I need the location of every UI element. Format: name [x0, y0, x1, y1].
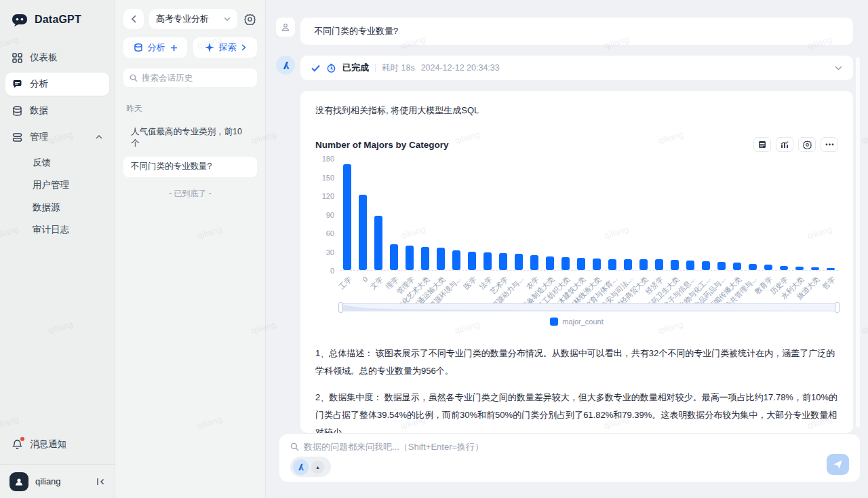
- bar[interactable]: [406, 246, 414, 270]
- bar[interactable]: [359, 195, 367, 270]
- notification-dot: [20, 437, 24, 441]
- sidebar-item-audit-log[interactable]: 审计日志: [5, 219, 109, 241]
- bar-slot: 经济学: [651, 159, 667, 270]
- conversation-title: 不同门类的专业数量?: [131, 161, 212, 172]
- bar[interactable]: [468, 252, 476, 271]
- sidebar-item-admin[interactable]: 管理: [5, 126, 109, 149]
- table-view-button[interactable]: [753, 137, 771, 152]
- analysis-paragraph: 2、数据集中度： 数据显示，虽然各专业门类之间的数量差异较大，但大多数专业的数量…: [315, 389, 838, 433]
- conversation-search[interactable]: [123, 69, 257, 87]
- bar-slot: 0: [355, 159, 371, 270]
- chart-legend[interactable]: major_count: [315, 318, 838, 326]
- bar[interactable]: [546, 256, 554, 270]
- chart-settings-button[interactable]: [798, 137, 816, 152]
- status-timestamp: 2024-12-12 20:34:33: [421, 63, 500, 73]
- conversation-title: 人气值最高的专业类别，前10个: [131, 126, 250, 149]
- y-axis-tick: 0: [330, 267, 334, 275]
- bar[interactable]: [624, 259, 632, 271]
- bar-slot: 新闻传播大类: [729, 159, 745, 270]
- explore-label: 探索: [219, 41, 237, 54]
- datazoom-slider[interactable]: [340, 303, 838, 311]
- panel-actions: 分析 探索: [123, 37, 257, 58]
- plus-icon: [170, 44, 178, 52]
- bar[interactable]: [780, 266, 788, 270]
- bar-slot: 电子与信息...: [682, 159, 698, 270]
- y-axis-tick: 120: [322, 192, 334, 200]
- sidebar-item-dashboard[interactable]: 仪表板: [5, 46, 109, 69]
- bar-slot: 旅游大类: [807, 159, 823, 270]
- bar[interactable]: [827, 268, 835, 270]
- ai-status-row: 已完成 耗时 18s 2024-12-12 20:34:33: [276, 56, 853, 80]
- sidebar-item-data[interactable]: 数据: [5, 99, 109, 122]
- sidebar-item-feedback[interactable]: 反馈: [5, 152, 109, 174]
- question-input[interactable]: [304, 442, 849, 452]
- bar[interactable]: [655, 259, 663, 270]
- bar[interactable]: [390, 244, 398, 270]
- bar[interactable]: [343, 164, 351, 270]
- chevron-down-icon[interactable]: [835, 66, 842, 71]
- bar[interactable]: [811, 267, 819, 270]
- bar[interactable]: [577, 258, 585, 270]
- bar[interactable]: [484, 252, 492, 270]
- datazoom-shadow: [340, 304, 837, 311]
- bar[interactable]: [421, 247, 429, 270]
- analysis-button[interactable]: 分析: [123, 37, 187, 58]
- bar[interactable]: [795, 267, 804, 270]
- conversation-item[interactable]: 人气值最高的专业类别，前10个: [123, 123, 257, 153]
- username: qiliang: [35, 476, 90, 486]
- answer-card: 没有找到相关指标, 将使用大模型生成SQL Number of Majors b…: [300, 91, 853, 433]
- scrollbar-thumb[interactable]: [856, 57, 860, 427]
- model-selector[interactable]: ▲: [290, 457, 331, 477]
- workspace-select[interactable]: 高考专业分析: [149, 9, 237, 29]
- chart-header: Number of Majors by Category: [315, 137, 838, 152]
- composer: ▲: [279, 434, 860, 482]
- bar[interactable]: [561, 257, 570, 270]
- task-status-card[interactable]: 已完成 耗时 18s 2024-12-12 20:34:33: [300, 56, 853, 80]
- bar[interactable]: [764, 265, 772, 270]
- bell-icon: [12, 439, 22, 450]
- bar[interactable]: [515, 254, 523, 270]
- bar[interactable]: [671, 260, 679, 270]
- back-button[interactable]: [123, 9, 144, 29]
- bar[interactable]: [749, 264, 757, 270]
- bar[interactable]: [452, 250, 460, 270]
- bar[interactable]: [702, 261, 710, 270]
- sidebar-nav: 仪表板 分析 数据 管理 反馈 用户管理 数据源 审计日志: [5, 46, 109, 242]
- conversation-item-active[interactable]: 不同门类的专业数量?: [123, 157, 257, 177]
- bar-slot: 生物与化工...: [698, 159, 713, 270]
- more-options-button[interactable]: [821, 137, 838, 152]
- collapse-sidebar-icon[interactable]: [96, 478, 105, 486]
- datazoom-right-handle[interactable]: [835, 302, 840, 313]
- bar[interactable]: [733, 263, 741, 270]
- bar[interactable]: [437, 248, 445, 270]
- sidebar-item-analysis[interactable]: 分析: [5, 73, 109, 96]
- notifications-button[interactable]: 消息通知: [5, 432, 109, 457]
- bar[interactable]: [608, 259, 616, 271]
- settings-button[interactable]: [243, 12, 257, 26]
- sidebar-item-datasource[interactable]: 数据源: [5, 197, 109, 218]
- user-avatar[interactable]: [9, 472, 28, 491]
- y-axis-tick: 150: [322, 174, 334, 182]
- bar[interactable]: [639, 259, 648, 270]
- bar-slot: 管理学: [402, 159, 418, 270]
- conversation-search-input[interactable]: [142, 73, 251, 83]
- bar[interactable]: [686, 261, 694, 270]
- bar[interactable]: [374, 216, 382, 270]
- conversation-panel: 高考专业分析 分析 探索 昨天 人气值最高的专业类别，前10: [115, 0, 266, 498]
- sidebar-item-user-management[interactable]: 用户管理: [5, 174, 109, 196]
- send-button[interactable]: [827, 454, 849, 475]
- bar[interactable]: [530, 255, 538, 270]
- user-message-row: 不同门类的专业数量?: [276, 18, 853, 45]
- user-message-avatar: [276, 18, 295, 37]
- bar-slot: 交通运输大类: [433, 159, 449, 270]
- datagpt-logo-icon: [11, 11, 28, 28]
- chart-type-button[interactable]: [776, 137, 793, 152]
- bar[interactable]: [717, 262, 726, 270]
- bar[interactable]: [593, 258, 601, 270]
- model-dropdown-icon: ▲: [311, 461, 324, 474]
- bar[interactable]: [499, 253, 507, 270]
- explore-button[interactable]: 探索: [193, 37, 257, 58]
- datazoom-left-handle[interactable]: [338, 302, 343, 313]
- sidebar-item-label: 仪表板: [30, 52, 58, 64]
- chart-toolbar: [753, 137, 838, 152]
